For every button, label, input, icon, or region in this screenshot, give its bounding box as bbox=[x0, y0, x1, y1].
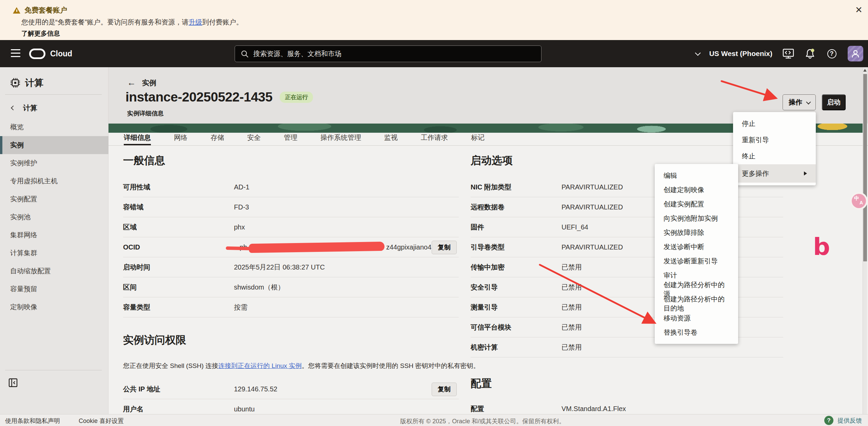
tab-7[interactable]: 监视 bbox=[384, 133, 398, 145]
access-desc-post: 。您将需要在创建该实例时使用的 SSH 密钥对中的私有密钥。 bbox=[302, 362, 480, 369]
sidebar-item-11[interactable]: 定制映像 bbox=[0, 298, 108, 316]
sidebar-item-1[interactable]: 概览 bbox=[0, 118, 108, 136]
access-desc-pre: 您正在使用安全 Shell (SSH) 连接 bbox=[123, 362, 218, 369]
more-actions-item[interactable]: 更多操作 bbox=[733, 164, 816, 183]
access-description: 您正在使用安全 Shell (SSH) 连接连接到正在运行的 Linux 实例。… bbox=[123, 362, 459, 370]
sidebar-back[interactable]: 计算 bbox=[12, 103, 37, 113]
feedback-link[interactable]: 提供反馈 bbox=[837, 416, 862, 425]
more-menu-item-10[interactable]: 创建为路径分析中的目的地 bbox=[655, 297, 738, 311]
banner-message: 您使用的是“免费套餐”账户。要访问所有服务和资源，请升级到付费账户。 bbox=[21, 18, 243, 27]
more-menu-item-1[interactable]: 编辑 bbox=[655, 168, 738, 183]
tab-3[interactable]: 存储 bbox=[211, 133, 224, 145]
field-label: 启动时间 bbox=[123, 263, 234, 272]
field-value: 已禁用 bbox=[561, 283, 582, 292]
breadcrumb-back[interactable]: ← 实例 bbox=[127, 77, 156, 88]
field-label: 固件 bbox=[471, 223, 561, 232]
copyright-text: 版权所有 © 2025，Oracle 和/或其关联公司。保留所有权利。 bbox=[400, 417, 565, 425]
tab-2[interactable]: 网络 bbox=[174, 133, 188, 145]
sidebar-item-10[interactable]: 容量预留 bbox=[0, 280, 108, 298]
field-value: ubuntu bbox=[234, 405, 255, 413]
search-input[interactable] bbox=[253, 50, 525, 58]
actions-button-label: 操作 bbox=[789, 98, 802, 107]
tab-9[interactable]: 标记 bbox=[471, 133, 485, 145]
tab-8[interactable]: 工作请求 bbox=[421, 133, 448, 145]
field-value: PARAVIRTUALIZED bbox=[561, 243, 623, 251]
sidebar-item-8[interactable]: 计算集群 bbox=[0, 244, 108, 262]
region-chevron-down-icon[interactable] bbox=[695, 50, 701, 56]
more-menu-item-2[interactable]: 创建定制映像 bbox=[655, 183, 738, 197]
learn-more-link[interactable]: 了解更多信息 bbox=[21, 29, 60, 38]
tab-1[interactable]: 详细信息 bbox=[124, 133, 151, 145]
field-label: 传输中加密 bbox=[471, 263, 561, 272]
sidebar-item-7[interactable]: 集群网络 bbox=[0, 226, 108, 244]
field-label: 测量引导 bbox=[471, 303, 561, 312]
field-label: 机密计算 bbox=[471, 343, 561, 352]
free-tier-banner: 免费套餐账户 您使用的是“免费套餐”账户。要访问所有服务和资源，请升级到付费账户… bbox=[0, 0, 868, 40]
more-menu-item-5[interactable]: 实例故障排除 bbox=[655, 225, 738, 240]
help-circle-icon[interactable]: ? bbox=[824, 416, 833, 425]
notifications-bell-icon[interactable] bbox=[804, 48, 816, 59]
tab-4[interactable]: 安全 bbox=[247, 133, 261, 145]
field-value: FD-3 bbox=[234, 203, 249, 211]
connect-linux-link[interactable]: 连接到正在运行的 Linux 实例 bbox=[218, 362, 302, 369]
red-redaction-marker bbox=[249, 241, 384, 253]
field-label: 引导卷类型 bbox=[471, 243, 561, 252]
sidebar-nav: 概览实例实例维护专用虚拟机主机实例配置实例池集群网络计算集群自动缩放配置容量预留… bbox=[0, 118, 108, 316]
global-search[interactable] bbox=[235, 45, 541, 62]
sidebar-item-4[interactable]: 专用虚拟机主机 bbox=[0, 172, 108, 190]
copy-button[interactable]: 复制 bbox=[432, 383, 457, 396]
field-label: 配置 bbox=[471, 404, 561, 413]
more-menu-item-7[interactable]: 发送诊断重新引导 bbox=[655, 254, 738, 268]
sidebar-item-2[interactable]: 实例 bbox=[0, 136, 108, 154]
field-row: 容错域FD-3 bbox=[123, 197, 459, 217]
hamburger-icon[interactable] bbox=[11, 49, 20, 59]
sidebar-item-9[interactable]: 自动缩放配置 bbox=[0, 262, 108, 280]
translate-badge-icon[interactable]: 中 A bbox=[852, 194, 866, 208]
help-icon[interactable]: ? bbox=[826, 48, 837, 59]
banner-message-pre: 您使用的是“免费套餐”账户。要访问所有服务和资源，请 bbox=[21, 18, 189, 26]
copy-button[interactable]: 复制 bbox=[432, 241, 457, 254]
field-value: phx bbox=[234, 223, 245, 231]
banner-close-icon[interactable]: ✕ bbox=[855, 5, 863, 15]
cloud-shell-icon[interactable] bbox=[783, 48, 794, 59]
field-value: 已禁用 bbox=[561, 343, 582, 352]
oracle-logo-icon[interactable] bbox=[29, 49, 45, 59]
sidebar-item-5[interactable]: 实例配置 bbox=[0, 190, 108, 208]
user-avatar[interactable] bbox=[848, 46, 863, 61]
field-label: 用户名 bbox=[123, 405, 234, 414]
sidebar-collapse-button[interactable] bbox=[8, 378, 18, 387]
tab-6[interactable]: 操作系统管理 bbox=[320, 133, 361, 145]
field-value: shwisdom（根） bbox=[234, 283, 284, 292]
field-row: 区间shwisdom（根） bbox=[123, 277, 459, 297]
tab-5[interactable]: 管理 bbox=[284, 133, 297, 145]
start-button[interactable]: 启动 bbox=[822, 94, 846, 110]
scrollbar-thumb[interactable] bbox=[863, 74, 867, 261]
terms-link[interactable]: 使用条款和隐私声明 bbox=[5, 417, 60, 425]
more-menu-item-6[interactable]: 发送诊断中断 bbox=[655, 240, 738, 254]
cookie-preferences-link[interactable]: Cookie 喜好设置 bbox=[79, 417, 124, 425]
oci-console: 免费套餐账户 您使用的是“免费套餐”账户。要访问所有服务和资源，请升级到付费账户… bbox=[0, 0, 868, 426]
field-label: NIC 附加类型 bbox=[471, 183, 561, 192]
field-value: 已禁用 bbox=[561, 263, 582, 272]
divider bbox=[5, 370, 102, 370]
sidebar-item-3[interactable]: 实例维护 bbox=[0, 154, 108, 172]
translate-en: A bbox=[860, 200, 863, 205]
ocid-suffix: z44gpixajiano4rq bbox=[386, 243, 437, 251]
action-menu-item-3[interactable]: 终止 bbox=[733, 148, 816, 164]
action-menu-item-1[interactable]: 停止 bbox=[733, 115, 816, 132]
region-selector[interactable]: US West (Phoenix) bbox=[709, 50, 772, 58]
more-menu-item-3[interactable]: 创建实例配置 bbox=[655, 197, 738, 211]
field-label: 远程数据卷 bbox=[471, 203, 561, 212]
brand-label[interactable]: Cloud bbox=[50, 49, 72, 58]
more-menu-item-11[interactable]: 移动资源 bbox=[655, 311, 738, 325]
back-label: 实例 bbox=[142, 78, 156, 88]
scrollbar-up-icon[interactable] bbox=[863, 69, 867, 72]
action-menu-item-2[interactable]: 重新引导 bbox=[733, 132, 816, 148]
back-arrow-icon: ← bbox=[127, 77, 136, 88]
upgrade-link[interactable]: 升级 bbox=[189, 18, 202, 26]
more-menu-item-12[interactable]: 替换引导卷 bbox=[655, 325, 738, 339]
more-menu-item-4[interactable]: 向实例池附加实例 bbox=[655, 211, 738, 225]
sidebar-item-6[interactable]: 实例池 bbox=[0, 208, 108, 226]
footer: 使用条款和隐私声明 Cookie 喜好设置 版权所有 © 2025，Oracle… bbox=[0, 414, 868, 426]
actions-button[interactable]: 操作 bbox=[783, 94, 816, 110]
